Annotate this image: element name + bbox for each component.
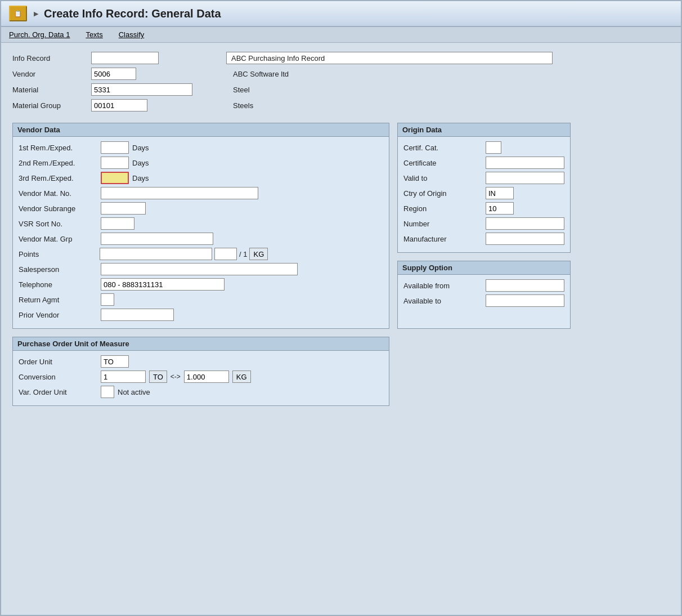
vendor-mat-grp-label: Vendor Mat. Grp bbox=[19, 235, 97, 243]
manufacturer-input[interactable] bbox=[486, 233, 564, 245]
order-unit-label: Order Unit bbox=[19, 358, 97, 366]
vendor-mat-no-input[interactable] bbox=[101, 187, 258, 199]
title-arrow-icon: ▶ bbox=[34, 10, 38, 17]
order-unit-row: Order Unit bbox=[19, 355, 383, 368]
ctry-origin-input[interactable] bbox=[486, 187, 514, 199]
points-divider: / 1 bbox=[239, 250, 247, 258]
content-area: Info Record ABC Purchasing Info Record V… bbox=[1, 43, 681, 415]
var-order-unit-input[interactable] bbox=[101, 386, 114, 398]
certif-cat-row: Certif. Cat. bbox=[403, 141, 564, 154]
title-bar: 📋 ▶ Create Info Record: General Data bbox=[1, 1, 681, 27]
manufacturer-label: Manufacturer bbox=[403, 235, 482, 243]
material-label: Material bbox=[12, 86, 91, 94]
supply-option-content: Available from Available to bbox=[398, 275, 570, 314]
vsr-sort-input[interactable] bbox=[101, 217, 134, 230]
conversion-to-input[interactable] bbox=[184, 371, 229, 383]
points-label: Points bbox=[19, 250, 97, 258]
var-order-unit-row: Var. Order Unit Not active bbox=[19, 386, 383, 398]
material-input[interactable] bbox=[91, 83, 192, 96]
rem1-row: 1st Rem./Exped. Days bbox=[19, 141, 383, 154]
origin-data-title: Origin Data bbox=[398, 123, 570, 137]
header-fields: Info Record ABC Purchasing Info Record V… bbox=[12, 52, 670, 111]
menu-item-purch-org[interactable]: Purch. Org. Data 1 bbox=[7, 29, 72, 40]
rem2-unit: Days bbox=[132, 159, 149, 167]
info-record-input[interactable] bbox=[91, 52, 159, 64]
points-input[interactable] bbox=[100, 248, 212, 260]
number-label: Number bbox=[403, 220, 482, 228]
available-from-row: Available from bbox=[403, 279, 564, 292]
material-group-input[interactable] bbox=[91, 99, 147, 111]
info-record-label: Info Record bbox=[12, 54, 91, 63]
conversion-row: Conversion TO <-> KG bbox=[19, 371, 383, 383]
vendor-label: Vendor bbox=[12, 70, 91, 78]
valid-to-input[interactable] bbox=[486, 172, 564, 184]
page-title: Create Info Record: General Data bbox=[44, 7, 221, 20]
conversion-from-input[interactable] bbox=[101, 371, 146, 383]
salesperson-row: Salesperson bbox=[19, 263, 383, 275]
ctry-origin-row: Ctry of Origin bbox=[403, 187, 564, 199]
points-row: Points / 1 KG bbox=[19, 248, 383, 260]
certificate-row: Certificate bbox=[403, 157, 564, 169]
var-order-unit-text: Not active bbox=[118, 388, 150, 396]
return-agmt-input[interactable] bbox=[101, 293, 114, 306]
certificate-input[interactable] bbox=[486, 157, 564, 169]
number-input[interactable] bbox=[486, 217, 564, 230]
rem2-row: 2nd Rem./Exped. Days bbox=[19, 157, 383, 169]
vendor-subrange-label: Vendor Subrange bbox=[19, 204, 97, 213]
vendor-data-section: Vendor Data 1st Rem./Exped. Days 2nd Rem… bbox=[12, 123, 389, 329]
valid-to-label: Valid to bbox=[403, 174, 482, 182]
telephone-label: Telephone bbox=[19, 280, 97, 289]
sections-row: Vendor Data 1st Rem./Exped. Days 2nd Rem… bbox=[12, 123, 670, 329]
purchase-order-uom-title: Purchase Order Unit of Measure bbox=[13, 337, 389, 351]
valid-to-row: Valid to bbox=[403, 172, 564, 184]
ctry-origin-label: Ctry of Origin bbox=[403, 189, 482, 198]
number-row: Number bbox=[403, 217, 564, 230]
salesperson-input[interactable] bbox=[101, 263, 298, 275]
vendor-data-title: Vendor Data bbox=[13, 123, 389, 137]
supply-option-title: Supply Option bbox=[398, 261, 570, 275]
return-agmt-label: Return Agmt bbox=[19, 296, 97, 304]
vendor-input[interactable] bbox=[91, 68, 136, 80]
vendor-desc: ABC Software ltd bbox=[226, 70, 553, 78]
supply-option-section: Supply Option Available from Available t… bbox=[397, 261, 571, 329]
conversion-from-unit: TO bbox=[149, 371, 167, 383]
order-unit-input[interactable] bbox=[101, 355, 129, 368]
vsr-sort-row: VSR Sort No. bbox=[19, 217, 383, 230]
vsr-sort-label: VSR Sort No. bbox=[19, 220, 97, 228]
conversion-label: Conversion bbox=[19, 373, 97, 381]
right-column: Origin Data Certif. Cat. Certificate bbox=[397, 123, 571, 329]
vendor-subrange-input[interactable] bbox=[101, 202, 146, 215]
var-order-unit-label: Var. Order Unit bbox=[19, 388, 97, 396]
certif-cat-input[interactable] bbox=[486, 141, 501, 154]
menu-bar: Purch. Org. Data 1 Texts Classify bbox=[1, 27, 681, 43]
prior-vendor-label: Prior Vendor bbox=[19, 311, 97, 319]
rem2-input[interactable] bbox=[101, 157, 129, 169]
vendor-mat-no-row: Vendor Mat. No. bbox=[19, 187, 383, 199]
app-icon: 📋 bbox=[9, 6, 27, 21]
rem3-input[interactable] bbox=[101, 172, 129, 184]
rem2-label: 2nd Rem./Exped. bbox=[19, 159, 97, 167]
vendor-mat-grp-input[interactable] bbox=[101, 233, 213, 245]
origin-data-section: Origin Data Certif. Cat. Certificate bbox=[397, 123, 571, 253]
prior-vendor-input[interactable] bbox=[101, 309, 174, 321]
rem3-label: 3rd Rem./Exped. bbox=[19, 174, 97, 182]
origin-data-content: Certif. Cat. Certificate Valid to bbox=[398, 137, 570, 252]
material-group-label: Material Group bbox=[12, 101, 91, 110]
menu-item-texts[interactable]: Texts bbox=[83, 29, 105, 40]
available-to-input[interactable] bbox=[486, 294, 564, 307]
points-unit-label: KG bbox=[249, 248, 268, 260]
rem1-input[interactable] bbox=[101, 141, 129, 154]
available-from-input[interactable] bbox=[486, 279, 564, 292]
telephone-input[interactable] bbox=[101, 278, 225, 291]
points-unit-input[interactable] bbox=[214, 248, 237, 260]
region-label: Region bbox=[403, 204, 482, 213]
region-input[interactable] bbox=[486, 202, 514, 215]
conversion-arrow: <-> bbox=[170, 373, 181, 381]
rem1-label: 1st Rem./Exped. bbox=[19, 144, 97, 152]
menu-item-classify[interactable]: Classify bbox=[116, 29, 147, 40]
salesperson-label: Salesperson bbox=[19, 265, 97, 274]
vendor-mat-grp-row: Vendor Mat. Grp bbox=[19, 233, 383, 245]
available-to-label: Available to bbox=[403, 297, 482, 305]
info-record-desc: ABC Purchasing Info Record bbox=[226, 52, 553, 64]
rem1-unit: Days bbox=[132, 144, 149, 152]
